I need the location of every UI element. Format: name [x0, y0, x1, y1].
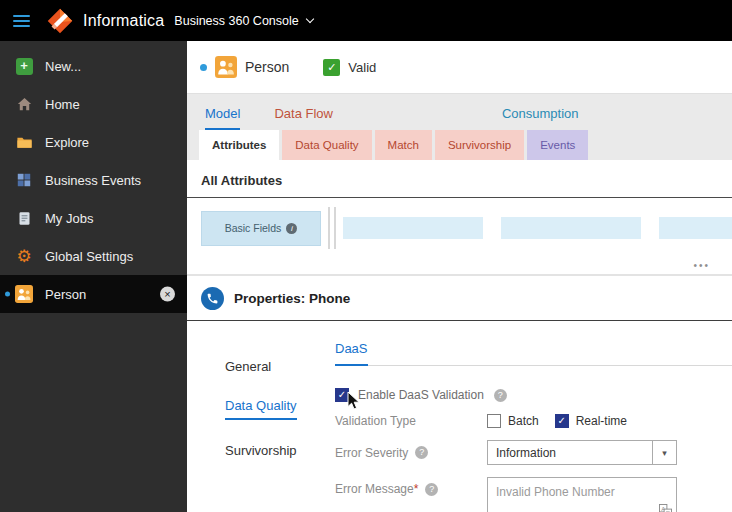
person-entity-icon	[215, 56, 237, 78]
basic-fields-label: Basic Fields	[225, 222, 282, 234]
sidebar-item-label: Explore	[45, 135, 89, 150]
validation-type-label: Validation Type	[335, 414, 416, 428]
tab-consumption[interactable]: Consumption	[502, 106, 579, 130]
model-subtabs: Attributes Data Quality Match Survivorsh…	[187, 130, 732, 160]
error-severity-value: Information	[488, 446, 652, 460]
panel-tabs: DaaS	[335, 339, 732, 366]
realtime-label: Real-time	[576, 414, 627, 428]
properties-nav: General Data Quality Survivorship	[225, 321, 335, 512]
group-divider-handle[interactable]	[328, 207, 336, 249]
folder-icon	[15, 133, 33, 151]
properties-nav-data-quality[interactable]: Data Quality	[225, 398, 297, 420]
phone-icon	[201, 287, 224, 310]
tabs-band: Model Data Flow Consumption Attributes D…	[187, 93, 732, 160]
unsaved-indicator-dot	[5, 292, 10, 297]
all-attributes-title: All Attributes	[187, 160, 732, 198]
sidebar: + New... Home Explore Business Events	[0, 41, 187, 512]
subtab-data-quality[interactable]: Data Quality	[282, 130, 371, 160]
subtab-events[interactable]: Events	[527, 130, 588, 160]
properties-body: General Data Quality Survivorship DaaS ✓…	[187, 321, 732, 512]
sidebar-item-label: Person	[45, 287, 86, 302]
enable-daas-label: Enable DaaS Validation	[358, 388, 484, 402]
error-severity-label: Error Severity	[335, 446, 408, 460]
dropdown-caret-icon[interactable]: ▾	[652, 441, 676, 464]
sidebar-item-person[interactable]: Person ×	[0, 275, 187, 313]
check-icon: ✓	[338, 389, 346, 400]
help-icon[interactable]: ?	[425, 483, 438, 496]
subtab-match[interactable]: Match	[375, 130, 432, 160]
informatica-logo-icon	[46, 7, 74, 35]
error-message-value: Invalid Phone Number	[496, 485, 615, 499]
required-asterisk: *	[414, 482, 419, 496]
error-severity-row: Error Severity ? Information ▾	[335, 440, 732, 465]
gear-icon: ⚙	[15, 247, 33, 265]
enable-daas-checkbox[interactable]: ✓	[335, 388, 349, 402]
valid-status-checkbox: ✓	[323, 59, 340, 76]
app-name: Business 360 Console	[174, 14, 298, 28]
attribute-field-placeholder[interactable]	[343, 217, 483, 239]
basic-fields-group[interactable]: Basic Fields i	[201, 211, 321, 246]
sidebar-item-global-settings[interactable]: ⚙ Global Settings	[0, 237, 187, 275]
properties-nav-general[interactable]: General	[225, 359, 271, 374]
batch-option: Batch	[487, 414, 539, 428]
sidebar-item-new[interactable]: + New...	[0, 47, 187, 85]
main-content: Person ✓ Valid Model Data Flow Consumpti…	[187, 41, 732, 512]
plus-icon: +	[15, 57, 33, 75]
attribute-field-placeholder[interactable]	[501, 217, 641, 239]
panel-resize-handle[interactable]: •••	[187, 258, 732, 274]
attribute-groups-row: Basic Fields i	[187, 198, 732, 258]
sidebar-item-label: My Jobs	[45, 211, 93, 226]
daas-form: ✓ Enable DaaS Validation ? Validation Ty…	[335, 366, 732, 512]
error-severity-dropdown[interactable]: Information ▾	[487, 440, 677, 465]
tab-daas[interactable]: DaaS	[335, 341, 368, 366]
sidebar-item-my-jobs[interactable]: My Jobs	[0, 199, 187, 237]
help-icon[interactable]: ?	[415, 446, 428, 459]
help-icon[interactable]: ?	[494, 389, 507, 402]
sidebar-item-explore[interactable]: Explore	[0, 123, 187, 161]
check-icon: ✓	[557, 415, 565, 426]
app-switcher[interactable]: Business 360 Console	[174, 14, 312, 28]
tab-data-flow[interactable]: Data Flow	[274, 106, 333, 130]
error-message-input[interactable]: Invalid Phone Number A	[487, 477, 677, 512]
check-icon: ✓	[327, 61, 336, 73]
batch-label: Batch	[508, 414, 539, 428]
sidebar-item-business-events[interactable]: Business Events	[0, 161, 187, 199]
topbar: Informatica Business 360 Console	[0, 0, 732, 41]
business-events-icon	[15, 171, 33, 189]
enable-daas-row: ✓ Enable DaaS Validation ?	[335, 388, 732, 402]
validation-type-row: Validation Type Batch ✓ Real-time	[335, 414, 732, 428]
sidebar-item-label: New...	[45, 59, 81, 74]
valid-status-label: Valid	[348, 60, 376, 75]
sidebar-item-label: Business Events	[45, 173, 141, 188]
sidebar-item-home[interactable]: Home	[0, 85, 187, 123]
home-icon	[15, 95, 33, 113]
close-icon[interactable]: ×	[160, 287, 175, 302]
properties-title: Properties: Phone	[234, 291, 350, 306]
error-message-row: Error Message* ? Invalid Phone Number A	[335, 477, 732, 512]
unsaved-indicator-dot	[200, 64, 207, 71]
tab-model[interactable]: Model	[205, 106, 240, 130]
brand-name: Informatica	[83, 12, 164, 30]
sidebar-item-label: Global Settings	[45, 249, 133, 264]
asset-header: Person ✓ Valid	[187, 41, 732, 93]
realtime-checkbox[interactable]: ✓	[555, 414, 569, 428]
subtab-survivorship[interactable]: Survivorship	[435, 130, 524, 160]
person-entity-icon	[15, 285, 33, 303]
attribute-field-placeholder[interactable]	[659, 217, 732, 239]
sidebar-item-label: Home	[45, 97, 80, 112]
chevron-down-icon	[305, 14, 313, 22]
hamburger-menu-icon[interactable]	[13, 15, 30, 27]
properties-header: Properties: Phone	[187, 276, 732, 321]
info-badge-icon: i	[286, 223, 297, 234]
subtab-attributes[interactable]: Attributes	[199, 130, 279, 160]
batch-checkbox[interactable]	[487, 414, 501, 428]
asset-name: Person	[245, 59, 289, 75]
realtime-option: ✓ Real-time	[555, 414, 627, 428]
data-quality-panel: DaaS ✓ Enable DaaS Validation ? Validati…	[335, 321, 732, 512]
translate-icon[interactable]: A	[659, 504, 672, 512]
business-360-console-window: Informatica Business 360 Console + New..…	[0, 0, 732, 512]
error-message-label: Error Message*	[335, 482, 418, 496]
jobs-document-icon	[15, 209, 33, 227]
main-tabs: Model Data Flow Consumption	[187, 103, 732, 130]
properties-nav-survivorship[interactable]: Survivorship	[225, 443, 297, 458]
